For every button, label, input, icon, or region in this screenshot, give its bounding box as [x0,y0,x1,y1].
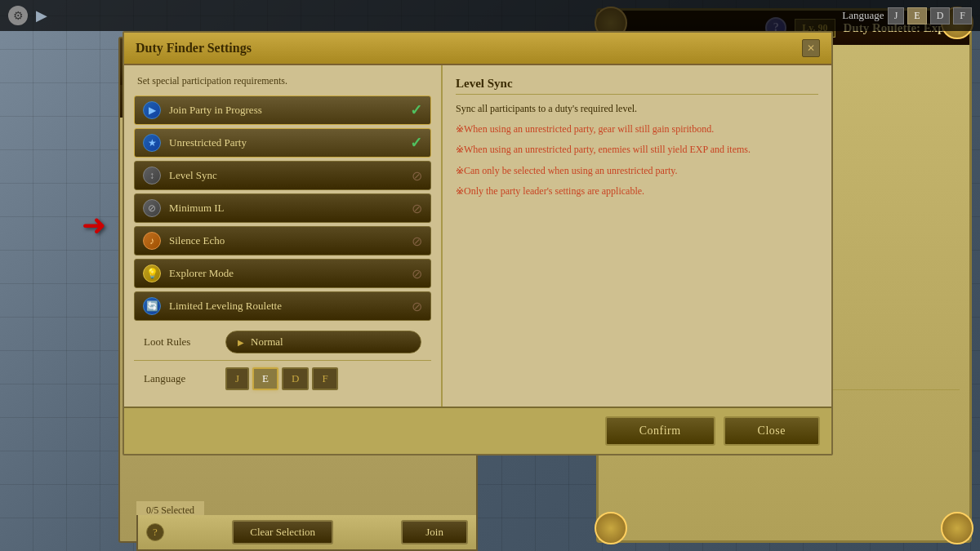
unrestricted-check: ✓ [410,134,422,152]
explorer-icon: 💡 [143,264,161,282]
setting-label-silence-echo: Silence Echo [169,234,412,247]
lang-label: Language [144,372,225,385]
limited-leveling-icon: 🔄 [143,297,161,315]
setting-label-explorer: Explorer Mode [169,267,412,280]
corner-bl [595,512,627,544]
settings-info-panel: Level Sync Sync all participants to a du… [443,65,831,407]
info-note-4: ※Only the party leader's settings are ap… [456,184,818,199]
setting-item-minimum-il[interactable]: ⊘ Minimum IL ⊘ [134,193,431,223]
language-selector: Language J E D F [842,7,972,24]
settings-subtitle: Set special participation requirements. [134,75,431,87]
settings-body: Set special participation requirements. … [124,65,831,407]
info-note-2: ※When using an unrestricted party, enemi… [456,142,818,158]
setting-item-unrestricted[interactable]: ★ Unrestricted Party ✓ [134,128,431,158]
join-party-check: ✓ [410,101,422,119]
info-title: Level Sync [456,77,818,95]
lang-btn-d[interactable]: D [930,7,951,24]
setting-label-join-party: Join Party in Progress [169,104,410,117]
setting-label-minimum-il: Minimum IL [169,202,412,215]
setting-label-unrestricted: Unrestricted Party [169,136,410,149]
settings-left-panel: Set special participation requirements. … [124,65,443,407]
setting-item-limited-leveling[interactable]: 🔄 Limited Leveling Roulette ⊘ [134,291,431,321]
language-label: Language [842,9,884,22]
gear-icon[interactable]: ⚙ [8,6,28,25]
setting-label-limited-leveling: Limited Leveling Roulette [169,300,412,313]
lang-btn-f[interactable]: F [953,7,972,24]
top-bar: ⚙ ▶ Language J E D F [0,0,980,31]
setting-item-join-party[interactable]: ▶ Join Party in Progress ✓ [134,96,431,125]
loot-selector[interactable]: ▶ Normal [225,331,421,353]
red-arrow-indicator: ➜ [82,208,106,242]
loot-arrow-icon: ▶ [238,338,244,347]
minimum-il-no: ⊘ [412,201,422,216]
explorer-no: ⊘ [412,266,422,282]
language-row: Language J E D F [134,360,431,397]
loot-label: Loot Rules [144,335,225,349]
setting-item-explorer[interactable]: 💡 Explorer Mode ⊘ [134,259,431,288]
minimum-il-icon: ⊘ [143,199,161,217]
silence-echo-no: ⊘ [412,233,422,249]
corner-br [941,512,973,544]
nav-arrow-icon[interactable]: ▶ [36,7,47,24]
bottom-help-icon[interactable]: ? [146,523,164,541]
lang-btn-e[interactable]: E [907,7,926,24]
settings-close-button[interactable]: ✕ [802,39,820,57]
join-button[interactable]: Join [401,520,468,544]
close-button[interactable]: Close [724,416,820,446]
info-note-1: ※When using an unrestricted party, gear … [456,122,818,137]
loot-value: Normal [251,335,283,349]
info-note-3: ※Can only be selected when using an unre… [456,163,818,179]
join-party-icon: ▶ [143,101,161,119]
clear-selection-button[interactable]: Clear Selection [232,520,333,544]
setting-item-silence-echo[interactable]: ♪ Silence Echo ⊘ [134,226,431,256]
settings-modal: Duty Finder Settings ✕ Set special parti… [122,31,833,455]
modal-lang-f[interactable]: F [312,367,337,390]
setting-item-level-sync[interactable]: ↕ Level Sync ⊘ [134,161,431,190]
modal-lang-j[interactable]: J [225,367,249,390]
confirm-button[interactable]: Confirm [605,416,715,446]
settings-header: Duty Finder Settings ✕ [124,33,831,65]
unrestricted-icon: ★ [143,134,161,152]
level-sync-no: ⊘ [412,168,422,184]
info-description: Sync all participants to a duty's requir… [456,101,818,117]
level-sync-icon: ↕ [143,167,161,184]
bottom-bar: ? 0/5 Selected Clear Selection Join [136,515,478,551]
lang-buttons: J E D F [225,367,338,390]
settings-footer: Confirm Close [124,407,831,454]
modal-lang-e[interactable]: E [252,367,278,390]
setting-label-level-sync: Level Sync [169,169,412,182]
selected-count-text: 0/5 Selected [146,504,194,516]
loot-rules-row: Loot Rules ▶ Normal [134,324,431,360]
modal-lang-d[interactable]: D [282,367,309,390]
settings-title: Duty Finder Settings [136,41,252,56]
limited-leveling-no: ⊘ [412,299,422,314]
lang-btn-j[interactable]: J [888,7,905,24]
silence-echo-icon: ♪ [143,232,161,250]
